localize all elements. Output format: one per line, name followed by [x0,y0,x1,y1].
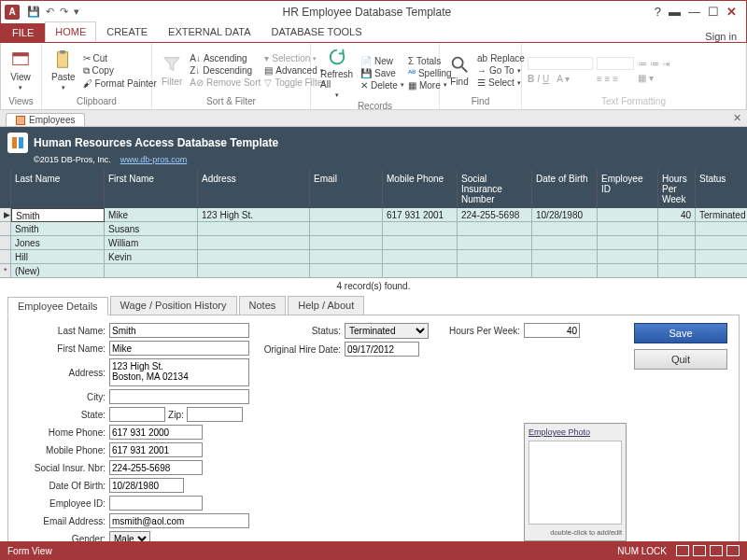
totals-icon: Σ [408,56,414,66]
detail-tabs: Employee Details Wage / Position History… [7,296,740,315]
svg-rect-2 [57,52,67,68]
selection-button[interactable]: ▾Selection▾ [264,53,325,63]
tab-database-tools[interactable]: DATABASE TOOLS [261,21,372,42]
view-button[interactable]: View▾ [7,48,35,93]
sort-desc-icon: Z↓ [190,65,200,76]
dtab-wage-history[interactable]: Wage / Position History [110,296,237,315]
col-eid[interactable]: Employee ID [598,170,658,208]
col-lastname[interactable]: Last Name [11,170,105,208]
col-email[interactable]: Email [310,170,383,208]
select-button[interactable]: ☰Select▾ [477,77,525,88]
save-button[interactable]: Save [634,323,727,343]
city-input[interactable] [109,389,249,404]
table-row[interactable]: *(New) [0,264,747,278]
ribbon: View▾ Views Paste▾ ✂Cut ⧉Copy 🖌Format Pa… [0,43,747,110]
find-button[interactable]: Find [445,52,473,89]
dtab-help-about[interactable]: Help / About [288,296,364,315]
text-formatting-group-label: Text Formatting [528,96,740,107]
tab-create[interactable]: CREATE [96,21,158,42]
hiredate-input[interactable] [345,342,419,357]
goto-button[interactable]: →Go To▾ [477,65,525,76]
city-label: City: [16,392,109,402]
tab-external-data[interactable]: EXTERNAL DATA [158,21,261,42]
vendor-url-link[interactable]: www.db-pros.com [120,155,188,164]
doc-tab-close-icon[interactable]: ✕ [733,112,741,124]
photo-area[interactable] [529,441,622,525]
detail-area: Employee Details Wage / Position History… [0,294,747,558]
lastname-input[interactable] [109,323,249,338]
ribbon-collapse-icon[interactable]: ▬ [669,5,681,19]
delete-record-button[interactable]: ✕Delete▾ [360,80,404,91]
col-sin[interactable]: Social Insurance Number [458,170,532,208]
table-row[interactable]: ▶SmithMike123 High St.617 931 2001224-25… [0,208,747,222]
toggle-filter-button[interactable]: ▽Toggle Filter [264,77,325,88]
qat-save-icon[interactable]: 💾 [27,6,40,18]
grid-header: Last Name First Name Address Email Mobil… [0,170,747,208]
quit-button[interactable]: Quit [634,349,727,370]
brush-icon: 🖌 [83,78,92,89]
email-input[interactable] [109,513,249,528]
replace-button[interactable]: abReplace [477,53,525,63]
col-status[interactable]: Status [696,170,747,208]
status-label: Status: [261,326,345,336]
firstname-input[interactable] [109,341,249,356]
col-hpw[interactable]: Hours Per Week [658,170,696,208]
qat-undo-icon[interactable]: ↶ [46,6,54,18]
close-icon[interactable]: ✕ [726,5,737,19]
filter-button[interactable]: Filter [158,52,186,89]
view-design-icon[interactable] [726,545,740,556]
state-input[interactable] [109,407,165,422]
homephone-input[interactable] [109,425,203,440]
paste-button[interactable]: Paste▾ [48,48,79,93]
status-numlock: NUM LOCK [617,546,667,556]
table-row[interactable]: JonesWilliam [0,236,747,250]
zip-input[interactable] [187,407,243,422]
filter-icon [162,54,182,75]
copyright-text: ©2015 DB-Pros, Inc. [34,155,111,164]
find-group-label: Find [445,96,515,107]
svg-point-4 [453,58,463,68]
tab-home[interactable]: HOME [45,21,96,42]
hpw-input[interactable] [524,323,580,338]
copy-button[interactable]: ⧉Copy [83,65,157,77]
maximize-icon[interactable]: ☐ [708,5,719,19]
address-input[interactable]: 123 High St. Boston, MA 02134 [109,358,249,386]
dtab-employee-details[interactable]: Employee Details [7,297,108,315]
help-icon[interactable]: ? [655,5,661,19]
selection-icon: ▾ [264,53,269,63]
select-icon: ☰ [477,77,486,88]
dtab-notes[interactable]: Notes [239,296,287,315]
mobilephone-input[interactable] [109,442,203,457]
table-row[interactable]: HillKevin [0,250,747,264]
view-form-icon[interactable] [676,545,689,556]
view-datasheet-icon[interactable] [693,545,706,556]
status-select[interactable]: Terminated [345,323,429,339]
col-firstname[interactable]: First Name [105,170,198,208]
eid-input[interactable] [109,496,203,511]
qat-redo-icon[interactable]: ↷ [60,6,68,18]
format-painter-button[interactable]: 🖌Format Painter [83,78,157,89]
hiredate-label: Original Hire Date: [261,344,345,355]
col-dob[interactable]: Date of Birth [532,170,598,208]
cut-button[interactable]: ✂Cut [83,53,157,63]
descending-button[interactable]: Z↓Descending [190,65,261,76]
homephone-label: Home Phone: [16,427,109,438]
col-address[interactable]: Address [198,170,310,208]
remove-sort-button[interactable]: A⊘Remove Sort [190,77,261,88]
sin-input[interactable] [109,460,203,475]
view-layout-icon[interactable] [710,545,723,556]
svg-rect-3 [60,50,65,54]
dob-input[interactable] [109,478,184,493]
col-mobile[interactable]: Mobile Phone [383,170,458,208]
table-row[interactable]: SmithSusans [0,222,747,236]
sign-in-link[interactable]: Sign in [705,31,746,42]
eid-label: Employee ID: [16,498,109,509]
save-record-button[interactable]: 💾Save [360,68,404,78]
ascending-button[interactable]: A↓Ascending [190,53,261,63]
tab-file[interactable]: FILE [1,23,45,42]
refresh-icon [327,47,347,67]
new-record-button[interactable]: 📄New [360,56,404,66]
minimize-icon[interactable]: — [688,5,700,19]
form-icon [16,116,25,125]
doc-tab-employees[interactable]: Employees [6,113,85,126]
